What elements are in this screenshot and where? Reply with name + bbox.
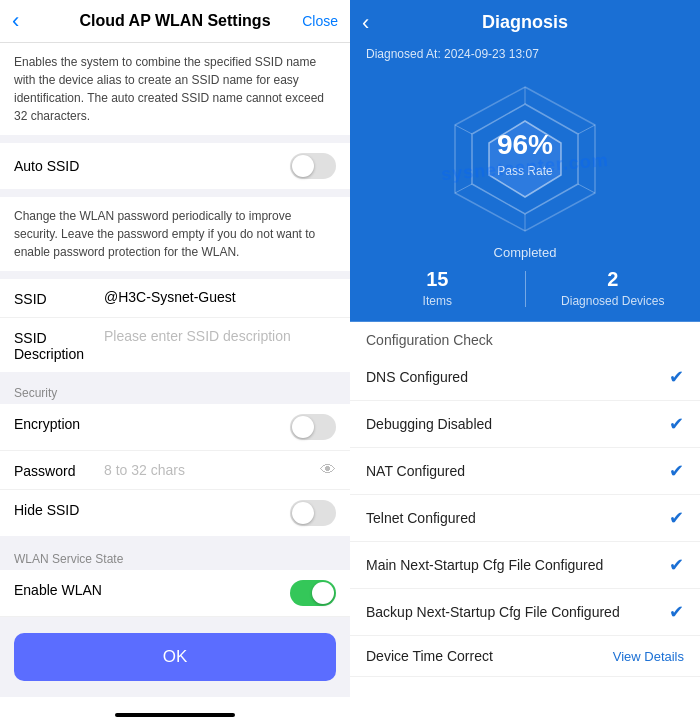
enable-wlan-label: Enable WLAN xyxy=(14,580,104,598)
security-section: Encryption Password 8 to 32 chars 👁 Hide… xyxy=(0,404,350,536)
pass-rate-overlay: 96% Pass Rate xyxy=(497,129,553,179)
hexagon-container: 96% Pass Rate xyxy=(350,69,700,239)
ok-button[interactable]: OK xyxy=(14,633,336,681)
svg-line-8 xyxy=(455,125,472,134)
password-label: Password xyxy=(14,461,104,479)
check-label-device-time: Device Time Correct xyxy=(366,648,613,664)
view-details-button[interactable]: View Details xyxy=(613,649,684,664)
password-row: Password 8 to 32 chars 👁 xyxy=(0,451,350,490)
svg-line-5 xyxy=(578,184,595,193)
right-list: Configuration Check DNS Configured ✔ Deb… xyxy=(350,322,700,721)
check-icon-backup-cfg: ✔ xyxy=(669,601,684,623)
svg-line-7 xyxy=(455,184,472,193)
check-row-backup-cfg: Backup Next-Startup Cfg File Configured … xyxy=(350,589,700,636)
left-header: ‹ Cloud AP WLAN Settings Close xyxy=(0,0,350,43)
home-indicator xyxy=(115,713,235,717)
wlan-service-label: WLAN Service State xyxy=(0,544,350,570)
encryption-label: Encryption xyxy=(14,414,104,432)
left-content: Enables the system to combine the specif… xyxy=(0,43,350,721)
pass-rate-percent: 96% xyxy=(497,129,553,161)
diagnosed-devices-stat: 2 Diagnosed Devices xyxy=(526,268,701,309)
password-input[interactable]: 8 to 32 chars xyxy=(104,462,312,478)
check-row-telnet: Telnet Configured ✔ xyxy=(350,495,700,542)
encryption-row: Encryption xyxy=(0,404,350,451)
ssid-desc-row: SSID Description Please enter SSID descr… xyxy=(0,318,350,372)
right-back-button[interactable]: ‹ xyxy=(362,10,369,36)
stats-row: 15 Items 2 Diagnosed Devices xyxy=(350,268,700,322)
hide-ssid-row: Hide SSID xyxy=(0,490,350,536)
check-label-debugging: Debugging Disabled xyxy=(366,416,669,432)
svg-line-4 xyxy=(578,125,595,134)
ssid-row: SSID @H3C-Sysnet-Guest xyxy=(0,279,350,318)
check-icon-debugging: ✔ xyxy=(669,413,684,435)
check-icon-main-cfg: ✔ xyxy=(669,554,684,576)
encryption-toggle[interactable] xyxy=(290,414,336,440)
eye-icon[interactable]: 👁 xyxy=(320,461,336,479)
diagnosed-devices-label: Diagnosed Devices xyxy=(561,294,664,308)
items-count: 15 xyxy=(350,268,525,291)
check-label-nat: NAT Configured xyxy=(366,463,669,479)
ssid-desc-placeholder[interactable]: Please enter SSID description xyxy=(104,328,336,344)
password-info: Change the WLAN password periodically to… xyxy=(0,197,350,271)
device-time-row: Device Time Correct View Details xyxy=(350,636,700,677)
auto-ssid-label: Auto SSID xyxy=(14,158,79,174)
check-label-dns: DNS Configured xyxy=(366,369,669,385)
right-header: ‹ Diagnosis xyxy=(350,0,700,43)
enable-wlan-row: Enable WLAN xyxy=(0,570,350,617)
check-row-main-cfg: Main Next-Startup Cfg File Configured ✔ xyxy=(350,542,700,589)
auto-ssid-row: Auto SSID sysnetcenter.com xyxy=(0,143,350,189)
check-row-nat: NAT Configured ✔ xyxy=(350,448,700,495)
check-row-dns: DNS Configured ✔ xyxy=(350,354,700,401)
left-panel: ‹ Cloud AP WLAN Settings Close Enables t… xyxy=(0,0,350,721)
config-check-label: Configuration Check xyxy=(350,322,700,354)
diagnosed-at: Diagnosed At: 2024-09-23 13:07 xyxy=(350,43,700,69)
hide-ssid-toggle[interactable] xyxy=(290,500,336,526)
check-label-telnet: Telnet Configured xyxy=(366,510,669,526)
right-panel: ‹ Diagnosis Diagnosed At: 2024-09-23 13:… xyxy=(350,0,700,721)
left-back-button[interactable]: ‹ xyxy=(12,8,19,34)
security-section-label: Security xyxy=(0,380,350,404)
ssid-value: @H3C-Sysnet-Guest xyxy=(104,289,336,305)
completed-text: Completed xyxy=(350,239,700,268)
check-icon-telnet: ✔ xyxy=(669,507,684,529)
check-label-backup-cfg: Backup Next-Startup Cfg File Configured xyxy=(366,604,669,620)
auto-ssid-toggle[interactable] xyxy=(290,153,336,179)
check-icon-dns: ✔ xyxy=(669,366,684,388)
bottom-bar xyxy=(0,697,350,721)
check-row-debugging: Debugging Disabled ✔ xyxy=(350,401,700,448)
pass-rate-label: Pass Rate xyxy=(497,164,552,178)
left-title: Cloud AP WLAN Settings xyxy=(79,12,270,30)
items-stat: 15 Items xyxy=(350,268,525,309)
auto-ssid-info: Enables the system to combine the specif… xyxy=(0,43,350,135)
right-title: Diagnosis xyxy=(482,12,568,33)
ssid-section: SSID @H3C-Sysnet-Guest SSID Description … xyxy=(0,279,350,372)
check-icon-nat: ✔ xyxy=(669,460,684,482)
items-label: Items xyxy=(423,294,452,308)
ssid-label: SSID xyxy=(14,289,104,307)
enable-wlan-toggle[interactable] xyxy=(290,580,336,606)
diagnosed-devices-count: 2 xyxy=(526,268,701,291)
left-close-button[interactable]: Close xyxy=(302,13,338,29)
ssid-desc-label: SSID Description xyxy=(14,328,104,362)
hide-ssid-label: Hide SSID xyxy=(14,500,104,518)
check-label-main-cfg: Main Next-Startup Cfg File Configured xyxy=(366,557,669,573)
